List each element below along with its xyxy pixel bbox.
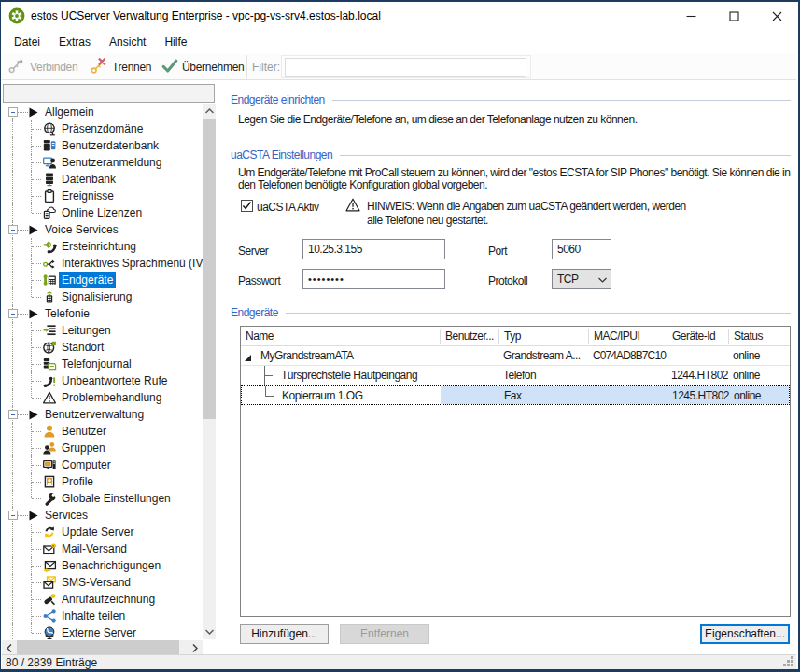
profile-icon	[43, 475, 57, 489]
horizontal-scroll-thumb[interactable]	[17, 640, 179, 655]
remove-button[interactable]: Entfernen	[340, 624, 429, 644]
tree-item-benutzerdatenbank[interactable]: Benutzerdatenbank	[2, 137, 203, 154]
tree-guide-line	[12, 238, 13, 255]
password-input[interactable]: ••••••••	[302, 269, 445, 289]
device-row-2[interactable]: Türsprechstelle HautpeingangTelefon1244.…	[241, 366, 790, 385]
tree-guide-line	[31, 288, 32, 297]
menu-item-ansicht[interactable]: Ansicht	[100, 32, 155, 52]
column-header-typ[interactable]: Typ	[499, 327, 589, 346]
tree-item-benutzer[interactable]: Benutzer	[2, 423, 203, 440]
tree-guide-line	[31, 204, 32, 213]
menu-item-extras[interactable]: Extras	[49, 32, 100, 52]
tree-item-telefonie[interactable]: Telefonie	[2, 305, 203, 322]
column-header-status[interactable]: Status	[729, 327, 790, 346]
toolbar-button-bernehmen[interactable]: Übernehmen	[161, 56, 244, 78]
collapse-box-icon[interactable]	[8, 225, 18, 234]
column-separator[interactable]	[667, 329, 667, 344]
tree-guide-line	[12, 372, 13, 389]
tree-search-box[interactable]	[3, 84, 215, 103]
column-separator[interactable]	[440, 329, 441, 344]
tree-item-standort[interactable]: Standort	[2, 339, 203, 356]
tree-guide-line	[12, 524, 13, 540]
tree-guide-line	[32, 280, 41, 281]
tree-guide-line	[32, 364, 41, 365]
close-button[interactable]	[756, 2, 798, 30]
tree-item-label: Benutzerverwaltung	[42, 406, 147, 423]
protocol-dropdown[interactable]: TCP	[552, 269, 611, 289]
tree-item-interaktives-sprachmen-ivr[interactable]: Interaktives Sprachmenü (IVR)	[2, 255, 203, 272]
tree-item-unbeantwortete-rufe[interactable]: Unbeantwortete Rufe	[2, 372, 203, 389]
column-header-mac-ipui[interactable]: MAC/IPUI	[589, 327, 667, 346]
tree-item-anrufaufzeichnung[interactable]: Anrufaufzeichnung	[2, 591, 203, 608]
minimize-button[interactable]	[670, 2, 712, 30]
scroll-up-icon[interactable]	[203, 104, 216, 119]
port-input[interactable]: 5060	[552, 239, 611, 259]
scroll-down-icon[interactable]	[203, 624, 216, 639]
tree-guide-line	[32, 532, 41, 533]
column-header-name[interactable]: Name	[241, 327, 441, 346]
scroll-left-icon[interactable]	[2, 640, 17, 655]
navigation-tree: AllgemeinPräsenzdomäneBenutzerdatenbankB…	[2, 104, 203, 639]
tree-item-ereignisse[interactable]: Ereignisse	[2, 188, 203, 204]
column-separator[interactable]	[588, 329, 589, 344]
filter-input[interactable]	[285, 58, 526, 77]
column-separator[interactable]	[498, 329, 499, 344]
menu-item-hilfe[interactable]: Hilfe	[155, 32, 196, 52]
server-input[interactable]: 10.25.3.155	[302, 239, 445, 259]
tree-item-globale-einstellungen[interactable]: Globale Einstellungen	[2, 490, 203, 507]
vertical-scroll-thumb[interactable]	[203, 119, 216, 419]
uacsta-active-checkbox[interactable]	[241, 200, 253, 212]
resize-grip-icon[interactable]	[783, 656, 794, 667]
row-expanded-icon[interactable]	[244, 352, 252, 365]
menu-item-datei[interactable]: Datei	[5, 32, 49, 52]
tree-item-online-lizenzen[interactable]: Online Lizenzen	[2, 204, 203, 221]
tree-item-profile[interactable]: Profile	[2, 473, 203, 490]
tree-guide-line	[12, 490, 13, 507]
column-header-geraete-id[interactable]: Geräte-Id	[667, 327, 729, 346]
tree-item-problembehandlung[interactable]: Problembehandlung	[2, 389, 203, 406]
tree-item-sms-versand[interactable]: SMS-Versand	[2, 574, 203, 591]
tree-item-services[interactable]: Services	[2, 507, 203, 524]
tree-item-benutzeranmeldung[interactable]: Benutzeranmeldung	[2, 154, 203, 171]
collapse-box-icon[interactable]	[8, 511, 18, 520]
cell-name: Türsprechstelle Hautpeingang	[281, 366, 441, 385]
tree-item-ersteinrichtung[interactable]: Ersteinrichtung	[2, 238, 203, 255]
tree-horizontal-scrollbar[interactable]	[2, 640, 203, 655]
add-button[interactable]: Hinzufügen...	[240, 624, 329, 644]
tree-item-signalisierung[interactable]: Signalisierung	[2, 288, 203, 305]
devices-table: NameBenutzer...TypMAC/IPUIGeräte-IdStatu…	[240, 326, 791, 617]
tree-item-mail-versand[interactable]: Mail-Versand	[2, 540, 203, 557]
tree-vertical-scrollbar[interactable]	[203, 104, 216, 639]
tree-item-benachrichtigungen[interactable]: Benachrichtigungen	[2, 557, 203, 574]
scroll-right-icon[interactable]	[188, 640, 203, 655]
collapse-box-icon[interactable]	[8, 410, 18, 419]
column-header-benutzer[interactable]: Benutzer...	[441, 327, 499, 346]
tree-item-gruppen[interactable]: Gruppen	[2, 440, 203, 456]
collapse-box-icon[interactable]	[8, 107, 18, 117]
tree-item-pr-senzdom-ne[interactable]: Präsenzdomäne	[2, 120, 203, 137]
tree-item-benutzerverwaltung[interactable]: Benutzerverwaltung	[2, 406, 203, 423]
collapse-box-icon[interactable]	[8, 309, 18, 318]
toolbar-button-verbinden[interactable]: Verbinden	[8, 56, 77, 78]
device-row-1[interactable]: MyGrandstreamATAGrandstream A...C074AD8B…	[241, 346, 790, 366]
device-row-3[interactable]: Kopierraum 1.OGFax1245.HT802online	[241, 385, 790, 405]
chevron-down-icon	[598, 277, 607, 283]
tree-item-voice-services[interactable]: Voice Services	[2, 221, 203, 238]
filter-label: Filter:	[252, 61, 280, 74]
tree-item-datenbank[interactable]: Datenbank	[2, 171, 203, 188]
column-separator[interactable]	[728, 329, 729, 344]
tree-item-allgemein[interactable]: Allgemein	[2, 104, 203, 120]
tree-item-update-server[interactable]: Update Server	[2, 524, 203, 540]
maximize-button[interactable]	[713, 2, 755, 30]
toolbar-button-trennen[interactable]: Trennen	[91, 56, 151, 78]
tree-item-endger-te[interactable]: Endgeräte	[2, 272, 203, 288]
group-icon	[43, 441, 57, 455]
tree-item-externe-server[interactable]: Externe Server	[2, 624, 203, 639]
properties-button[interactable]: Eigenschaften...	[700, 624, 790, 644]
tree-item-computer[interactable]: Computer	[2, 456, 203, 473]
tree-guide-line	[31, 389, 32, 398]
tree-item-inhalte-teilen[interactable]: Inhalte teilen	[2, 608, 203, 624]
port-label: Port	[488, 245, 507, 258]
tree-item-leitungen[interactable]: Leitungen	[2, 322, 203, 339]
tree-item-telefonjournal[interactable]: Telefonjournal	[2, 356, 203, 372]
